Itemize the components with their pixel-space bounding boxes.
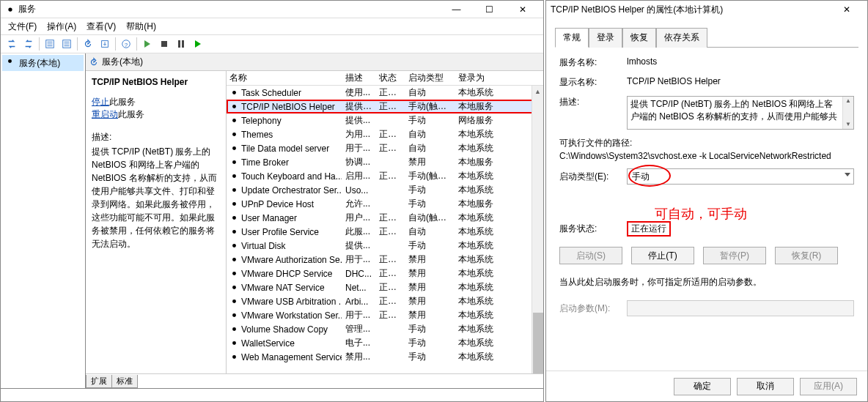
tab-recovery[interactable]: 恢复 xyxy=(622,28,656,48)
table-row[interactable]: Virtual Disk提供...手动本地系统 xyxy=(227,239,543,253)
table-row[interactable]: Task Scheduler使用...正在...自动本地系统 xyxy=(227,86,543,100)
cell-desc: 提供... xyxy=(342,239,376,253)
cell-logon: 本地系统 xyxy=(455,183,507,197)
tab-standard[interactable]: 标准 xyxy=(111,375,138,388)
detail-button[interactable] xyxy=(59,36,75,52)
cell-status xyxy=(376,162,405,163)
dlg-foot: 确定 取消 应用(A) xyxy=(546,371,867,401)
dlg-desc-box[interactable]: 提供 TCP/IP (NetBT) 服务上的 NetBIOS 和网络上客户端的 … xyxy=(627,96,854,130)
export-button[interactable] xyxy=(97,36,113,52)
btn-resume[interactable]: 恢复(R) xyxy=(775,247,838,264)
table-row[interactable]: VMware NAT ServiceNet...正在...禁用本地系统 xyxy=(227,280,543,294)
help-button[interactable] xyxy=(118,36,134,52)
refresh-button[interactable] xyxy=(80,36,96,52)
cell-name: VMware DHCP Service xyxy=(241,269,332,279)
btn-pause[interactable]: 暂停(P) xyxy=(703,247,766,264)
btn-stop[interactable]: 停止(T) xyxy=(631,247,694,264)
table-row[interactable]: TCP/IP NetBIOS Helper提供 ...正在...手动(触发...… xyxy=(227,100,543,113)
tab-deps[interactable]: 依存关系 xyxy=(656,28,707,48)
cancel-button[interactable]: 取消 xyxy=(737,378,794,395)
table-row[interactable]: VMware USB Arbitration ...Arbi...正在...禁用… xyxy=(227,294,543,308)
restart-button[interactable] xyxy=(190,36,206,52)
col-status[interactable]: 状态 xyxy=(376,71,405,85)
cell-logon: 本地服务 xyxy=(455,100,507,113)
table-row[interactable]: Telephony提供...手动网络服务 xyxy=(227,113,543,127)
status-label: 服务状态: xyxy=(559,223,627,235)
gear-icon xyxy=(5,4,15,15)
col-start[interactable]: 启动类型 xyxy=(405,71,455,85)
tree-root[interactable]: 服务(本地) xyxy=(2,55,84,71)
stop-button[interactable] xyxy=(156,36,172,52)
list-button[interactable] xyxy=(42,36,58,52)
table-body[interactable]: Task Scheduler使用...正在...自动本地系统TCP/IP Net… xyxy=(227,86,543,364)
col-name[interactable]: 名称 xyxy=(227,71,342,85)
menu-action[interactable]: 操作(A) xyxy=(43,19,81,34)
restart-link[interactable]: 重启动 xyxy=(92,109,118,119)
dlg-titlebar[interactable]: TCP/IP NetBIOS Helper 的属性(本地计算机) ✕ xyxy=(546,1,867,18)
back-button[interactable] xyxy=(4,36,20,52)
tab-general[interactable]: 常规 xyxy=(555,28,589,48)
dlg-body: 服务名称: lmhosts 显示名称: TCP/IP NetBIOS Helpe… xyxy=(546,48,867,371)
tab-logon2[interactable]: 登录 xyxy=(589,28,622,48)
scrollbar[interactable]: ▲ ▼ xyxy=(532,86,543,373)
cell-logon: 本地系统 xyxy=(455,350,507,364)
table-row[interactable]: Touch Keyboard and Ha...启用...正在...手动(触发.… xyxy=(227,169,543,183)
table-row[interactable]: Themes为用...正在...自动本地系统 xyxy=(227,127,543,141)
table-row[interactable]: Web Management Service禁用...手动本地系统 xyxy=(227,350,543,364)
close-button[interactable]: ✕ xyxy=(506,1,539,18)
play-button[interactable] xyxy=(139,36,155,52)
col-logon[interactable]: 登录为 xyxy=(455,71,507,85)
minimize-button[interactable]: — xyxy=(440,1,473,18)
tab-extended[interactable]: 扩展 xyxy=(86,375,111,388)
gear-icon xyxy=(229,227,239,237)
play-icon xyxy=(144,40,150,48)
cell-desc: 为用... xyxy=(342,127,376,141)
pause-button[interactable] xyxy=(173,36,189,52)
starttype-select[interactable]: 手动 xyxy=(627,168,854,185)
table-row[interactable]: User Profile Service此服...正在...自动本地系统 xyxy=(227,225,543,239)
scroll-up-icon[interactable]: ▲ xyxy=(532,86,544,97)
menu-file[interactable]: 文件(F) xyxy=(4,19,41,34)
content-header-label: 服务(本地) xyxy=(102,56,143,68)
gear-icon xyxy=(229,130,239,139)
table-row[interactable]: UPnP Device Host允许...手动本地服务 xyxy=(227,197,543,211)
table-row[interactable]: Time Broker协调...禁用本地服务 xyxy=(227,155,543,169)
desc-text: 提供 TCP/IP (NetBT) 服务上的 NetBIOS 和网络上客户端的 … xyxy=(92,145,220,250)
table-row[interactable]: VMware DHCP ServiceDHC...正在...禁用本地系统 xyxy=(227,267,543,280)
table-row[interactable]: WalletService电子...手动本地系统 xyxy=(227,336,543,350)
cell-logon: 本地系统 xyxy=(455,141,507,155)
dispname-value: TCP/IP NetBIOS Helper xyxy=(627,76,854,86)
table-row[interactable]: VMware Authorization Se...用于...正在...禁用本地… xyxy=(227,253,543,267)
ok-button[interactable]: 确定 xyxy=(674,378,731,395)
stop-link[interactable]: 停止 xyxy=(92,97,109,107)
btn-start[interactable]: 启动(S) xyxy=(559,247,622,264)
menu-view[interactable]: 查看(V) xyxy=(82,19,120,34)
titlebar[interactable]: 服务 — ☐ ✕ xyxy=(1,1,543,18)
gear-icon xyxy=(229,269,239,278)
dlg-close-button[interactable]: ✕ xyxy=(830,1,863,18)
cell-logon: 本地系统 xyxy=(455,267,507,280)
table-row[interactable]: Volume Shadow Copy管理...手动本地系统 xyxy=(227,322,543,336)
fwd-button[interactable] xyxy=(21,36,37,52)
cell-name: VMware USB Arbitration ... xyxy=(241,297,342,307)
table-row[interactable]: User Manager用户...正在...自动(触发...本地系统 xyxy=(227,211,543,225)
menu-help[interactable]: 帮助(H) xyxy=(122,19,161,34)
refresh-icon xyxy=(89,57,99,67)
table-row[interactable]: VMware Workstation Ser...用于...正在...禁用本地系… xyxy=(227,308,543,322)
cell-desc: 使用... xyxy=(342,86,376,100)
table-pane: 名称 描述 状态 启动类型 登录为 Task Scheduler使用...正在.… xyxy=(227,71,543,373)
col-desc[interactable]: 描述 xyxy=(342,71,376,85)
desc-scrollbar[interactable]: ▲▼ xyxy=(842,97,853,129)
dlg-desc-text: 提供 TCP/IP (NetBT) 服务上的 NetBIOS 和网络上客户端的 … xyxy=(630,99,837,122)
cell-name: Update Orchestrator Ser... xyxy=(241,185,342,196)
table-row[interactable]: Update Orchestrator Ser...Uso...手动本地系统 xyxy=(227,183,543,197)
cell-status: 正在... xyxy=(376,141,405,155)
cell-logon: 本地系统 xyxy=(455,239,507,253)
table-row[interactable]: Tile Data model server用于...正在...自动本地系统 xyxy=(227,141,543,155)
maximize-button[interactable]: ☐ xyxy=(473,1,506,18)
cell-start: 禁用 xyxy=(405,155,455,169)
stop-icon xyxy=(161,41,167,47)
apply-button[interactable]: 应用(A) xyxy=(800,378,857,395)
scroll-thumb[interactable] xyxy=(533,313,543,373)
cell-start: 禁用 xyxy=(405,294,455,308)
